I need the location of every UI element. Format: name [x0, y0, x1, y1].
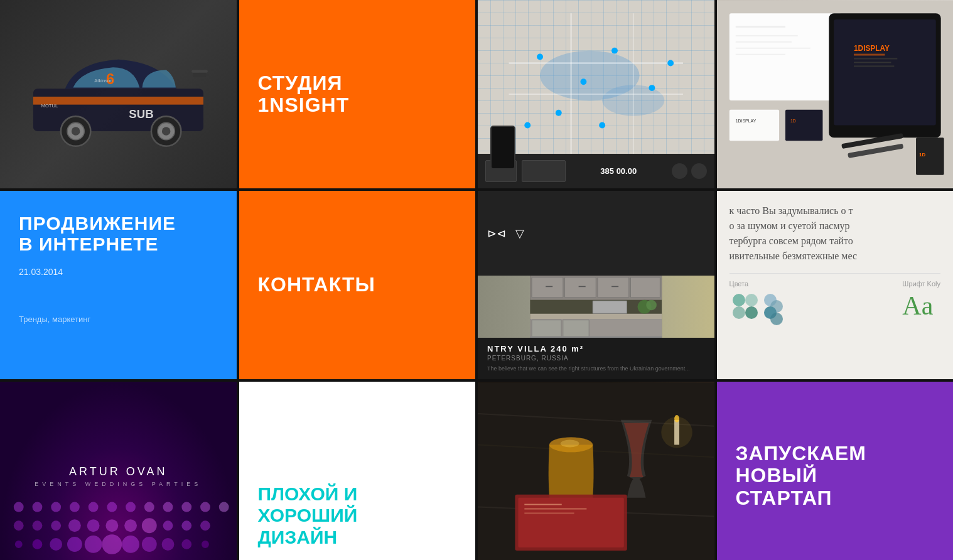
villa-location: PETERSBURG, RUSSIA — [487, 355, 705, 362]
svg-rect-56 — [546, 286, 552, 288]
svg-point-116 — [561, 440, 579, 448]
svg-point-105 — [122, 536, 139, 553]
svg-point-75 — [770, 313, 783, 325]
promo-date: 21.03.2014 — [19, 267, 218, 277]
svg-point-22 — [611, 48, 618, 54]
studio-heading: СТУДИЯ1NSIGHT — [258, 72, 457, 116]
main-grid: 6 SUB Atkinson MOTUL СТУДИ — [0, 0, 953, 560]
svg-point-71 — [745, 306, 758, 319]
artur-ovan-subtitle: EVENTS WEDDINGS PARTIES — [35, 481, 202, 487]
svg-rect-119 — [524, 504, 561, 505]
svg-point-99 — [15, 541, 23, 548]
svg-point-69 — [745, 294, 758, 306]
svg-point-108 — [181, 539, 191, 549]
svg-point-104 — [102, 534, 122, 554]
svg-point-80 — [89, 502, 99, 512]
promo-heading: ПРОДВИЖЕНИЕВ ИНТЕРНЕТЕ — [19, 213, 218, 254]
svg-point-100 — [33, 539, 43, 549]
promo-tags: Тренды, маркетинг — [19, 315, 218, 324]
svg-point-98 — [200, 520, 210, 530]
svg-rect-33 — [735, 48, 810, 49]
svg-rect-1 — [33, 97, 203, 105]
svg-point-84 — [163, 502, 173, 512]
tile-stationery[interactable]: 1DISPLAY 1DISPLAY 1D 1D — [717, 0, 954, 188]
font-sample: Aa — [902, 291, 940, 321]
svg-rect-36 — [834, 19, 935, 125]
svg-rect-54 — [598, 277, 629, 298]
svg-point-23 — [649, 85, 655, 91]
svg-point-5 — [72, 127, 80, 136]
contacts-heading: КОНТАКТЫ — [258, 274, 457, 296]
svg-point-68 — [733, 294, 745, 306]
svg-point-95 — [142, 518, 157, 533]
svg-rect-62 — [563, 320, 589, 337]
svg-point-76 — [14, 502, 24, 512]
svg-point-97 — [181, 520, 191, 530]
svg-text:1D: 1D — [790, 119, 795, 123]
svg-point-124 — [674, 415, 679, 423]
tile-car[interactable]: 6 SUB Atkinson MOTUL — [0, 0, 237, 188]
svg-rect-31 — [735, 35, 797, 36]
startup-heading: ЗАПУСКАЕМНОВЫЙСТАРТАП — [736, 443, 935, 509]
tile-studio[interactable]: СТУДИЯ1NSIGHT — [239, 0, 476, 188]
svg-point-81 — [107, 502, 117, 512]
svg-rect-32 — [735, 41, 791, 43]
svg-rect-59 — [530, 314, 662, 319]
tile-map-app[interactable]: 385 00.00 — [478, 0, 714, 188]
tile-artur-ovan[interactable]: ARTUR OVAN EVENTS WEDDINGS PARTIES — [0, 382, 237, 560]
svg-point-103 — [85, 536, 102, 553]
svg-rect-55 — [630, 277, 660, 298]
svg-rect-34 — [735, 54, 785, 55]
svg-rect-42 — [729, 110, 778, 141]
svg-point-20 — [537, 54, 543, 60]
svg-point-77 — [33, 502, 43, 512]
svg-rect-53 — [565, 277, 596, 298]
font-label: Шрифт Koly — [902, 280, 940, 288]
tile-drinks[interactable] — [478, 382, 714, 560]
svg-point-85 — [181, 502, 191, 512]
svg-point-94 — [124, 519, 137, 532]
svg-point-25 — [667, 60, 674, 67]
svg-point-102 — [67, 537, 82, 552]
svg-rect-65 — [530, 337, 662, 338]
svg-text:1DISPLAY: 1DISPLAY — [735, 119, 756, 123]
villa-title: NTRY VILLA 240 m² — [487, 344, 705, 353]
svg-rect-58 — [611, 286, 618, 288]
tile-article[interactable]: к часто Вы задумывались о т о за шумом и… — [717, 191, 954, 379]
svg-point-79 — [70, 502, 80, 512]
tile-villa[interactable]: ⊳⊲ ▽ — [478, 191, 714, 379]
svg-point-70 — [733, 306, 745, 319]
artur-ovan-title: ARTUR OVAN — [35, 465, 202, 478]
article-text: к часто Вы задумывались о т о за шумом и… — [730, 203, 941, 264]
interior-nav-icon: ⊳⊲ — [487, 227, 506, 240]
svg-point-27 — [599, 122, 605, 129]
svg-text:SUB: SUB — [129, 107, 153, 121]
tile-startup[interactable]: ЗАПУСКАЕМНОВЫЙСТАРТАП — [717, 382, 954, 560]
svg-point-90 — [51, 520, 61, 530]
svg-rect-30 — [735, 26, 785, 28]
svg-text:1DISPLAY: 1DISPLAY — [853, 44, 889, 53]
tile-promo[interactable]: ПРОДВИЖЕНИЕВ ИНТЕРНЕТЕ 21.03.2014 Тренды… — [0, 191, 237, 379]
color-label: Цвета — [730, 280, 786, 288]
svg-point-82 — [126, 502, 136, 512]
svg-point-8 — [162, 127, 171, 136]
svg-point-67 — [646, 300, 657, 311]
svg-rect-44 — [785, 110, 822, 141]
svg-rect-64 — [593, 301, 627, 313]
design-heading: ПЛОХОЙ ИХОРОШИЙДИЗАЙН — [258, 483, 457, 549]
tile-design[interactable]: ПЛОХОЙ ИХОРОШИЙДИЗАЙН — [239, 382, 476, 560]
interior-filter-icon: ▽ — [515, 227, 524, 240]
svg-point-89 — [33, 520, 43, 530]
svg-rect-123 — [674, 420, 679, 445]
svg-point-26 — [524, 122, 530, 129]
svg-point-93 — [105, 519, 118, 532]
svg-rect-13 — [191, 70, 207, 73]
map-price: 385 00.00 — [600, 166, 637, 176]
svg-point-87 — [219, 502, 229, 512]
svg-point-106 — [142, 537, 157, 552]
svg-rect-39 — [853, 58, 896, 60]
svg-rect-40 — [853, 62, 890, 63]
svg-rect-120 — [524, 509, 586, 510]
tile-contacts[interactable]: КОНТАКТЫ — [239, 191, 476, 379]
svg-rect-121 — [524, 512, 574, 514]
